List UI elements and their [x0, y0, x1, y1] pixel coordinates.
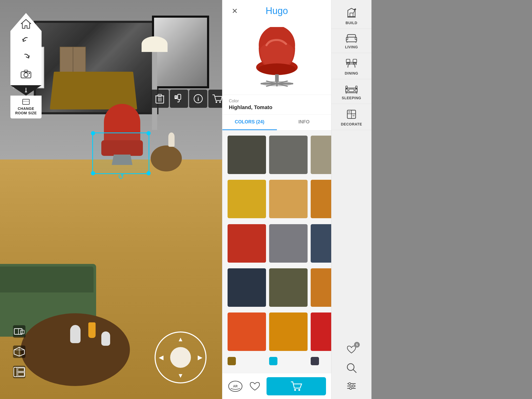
wishlist-button[interactable]	[247, 378, 263, 394]
layout-button[interactable]	[13, 366, 25, 378]
svg-rect-53	[346, 37, 348, 40]
svg-line-51	[353, 11, 355, 14]
add-to-cart-main-button[interactable]	[267, 377, 326, 395]
color-label: Color	[229, 99, 325, 103]
svg-line-62	[349, 63, 350, 65]
tab-info[interactable]: INFO	[277, 115, 331, 130]
vase-yellow	[88, 322, 96, 338]
nav-decorate[interactable]: DECORATE	[331, 104, 371, 130]
camera-button[interactable]	[20, 68, 32, 80]
color-swatch-7[interactable]	[311, 180, 331, 218]
color-grid	[222, 130, 331, 373]
living-icon	[345, 34, 358, 43]
color-swatch-10[interactable]	[269, 224, 308, 263]
svg-line-73	[357, 93, 357, 94]
search-nav-button[interactable]	[344, 360, 359, 376]
change-room-size-button[interactable]: CHANGE ROOM SIZE	[10, 96, 42, 118]
joystick-right: ▶	[198, 354, 202, 361]
svg-point-84	[349, 383, 351, 385]
color-swatch-6[interactable]	[269, 180, 308, 218]
dining-icon	[346, 58, 357, 69]
color-swatch-9[interactable]	[228, 224, 266, 263]
color-swatch-3[interactable]	[311, 136, 331, 174]
color-swatch-5[interactable]	[228, 180, 266, 218]
selection-corner-tr	[147, 131, 151, 135]
svg-point-2	[24, 73, 28, 77]
svg-rect-68	[349, 89, 354, 92]
settings-nav-button[interactable]	[344, 378, 359, 394]
nav-dining-label: DINING	[345, 71, 358, 75]
tab-info-label: INFO	[298, 119, 310, 124]
right-nav-panel: BUILD LIVING	[331, 0, 371, 399]
undo-button[interactable]	[20, 34, 32, 47]
color-swatch-21[interactable]	[228, 357, 236, 365]
svg-rect-54	[355, 37, 357, 40]
svg-line-72	[346, 93, 346, 94]
delete-button[interactable]	[151, 90, 169, 108]
nav-build[interactable]: BUILD	[331, 3, 371, 29]
svg-point-4	[29, 73, 30, 74]
selection-box: ↺	[92, 132, 149, 174]
nav-dining[interactable]: DINING	[331, 53, 371, 79]
svg-rect-18	[18, 368, 24, 371]
svg-line-61	[347, 63, 347, 65]
viewport: ↺	[0, 0, 222, 399]
svg-point-86	[350, 387, 352, 389]
floorplan-button[interactable]	[13, 325, 25, 338]
svg-rect-26	[178, 94, 181, 99]
tab-colors-count: (24)	[256, 119, 264, 124]
color-swatch-2[interactable]	[269, 136, 308, 174]
paint-button[interactable]	[170, 90, 188, 108]
product-panel: ✕ Hugo	[222, 0, 331, 399]
svg-marker-0	[21, 19, 31, 28]
svg-point-49	[298, 389, 300, 391]
color-swatch-11[interactable]	[311, 224, 331, 263]
app-container: ↺	[0, 0, 532, 399]
svg-rect-66	[346, 88, 357, 93]
color-swatch-1[interactable]	[228, 136, 266, 174]
navigation-joystick[interactable]: ▲ ▼ ◀ ▶	[155, 331, 207, 383]
toolbar-divider	[10, 85, 42, 96]
product-title: Hugo	[240, 5, 313, 16]
svg-line-65	[356, 63, 356, 65]
nav-living[interactable]: LIVING	[331, 29, 371, 53]
bottom-left-icons	[13, 325, 25, 378]
color-value: Highland, Tomato	[229, 104, 325, 110]
side-vase	[168, 132, 175, 147]
color-swatch-23[interactable]	[311, 357, 319, 365]
wishlist-nav-button[interactable]: 5	[344, 342, 359, 357]
nav-sleeping[interactable]: SLEEPING	[331, 79, 371, 104]
nav-build-label: BUILD	[345, 21, 357, 25]
tab-colors[interactable]: COLORS (24)	[222, 115, 277, 130]
color-swatch-22[interactable]	[269, 357, 277, 365]
nav-living-label: LIVING	[345, 45, 358, 49]
color-swatch-17[interactable]	[228, 312, 266, 351]
ar-button[interactable]: AR	[228, 378, 243, 394]
redo-button[interactable]	[20, 51, 32, 63]
3d-view-button[interactable]	[13, 345, 25, 358]
selection-corner-tl	[91, 131, 95, 135]
color-swatch-18[interactable]	[269, 312, 308, 351]
left-toolbar: CHANGE ROOM SIZE	[10, 13, 42, 118]
wishlist-count-badge: 5	[354, 342, 360, 348]
svg-rect-19	[18, 373, 24, 376]
joystick-down: ▼	[177, 372, 184, 379]
close-button[interactable]: ✕	[229, 5, 240, 17]
color-swatch-13[interactable]	[228, 268, 266, 307]
color-swatch-19[interactable]	[311, 312, 331, 351]
coffee-table	[21, 313, 130, 386]
home-button[interactable]	[20, 18, 32, 30]
svg-point-85	[352, 385, 354, 387]
add-to-cart-button[interactable]	[208, 90, 222, 108]
toolbar-badge	[10, 13, 42, 85]
change-room-size-label: CHANGE ROOM SIZE	[12, 107, 39, 115]
info-button[interactable]: i	[189, 90, 207, 108]
product-bottom-bar: AR	[222, 373, 331, 399]
color-swatch-14[interactable]	[269, 268, 308, 307]
selection-corner-br	[147, 171, 151, 175]
svg-line-58	[348, 64, 348, 68]
product-panel-header: ✕ Hugo	[222, 0, 331, 22]
color-swatch-15[interactable]	[311, 268, 331, 307]
svg-rect-27	[175, 95, 177, 99]
svg-point-36	[258, 63, 296, 75]
